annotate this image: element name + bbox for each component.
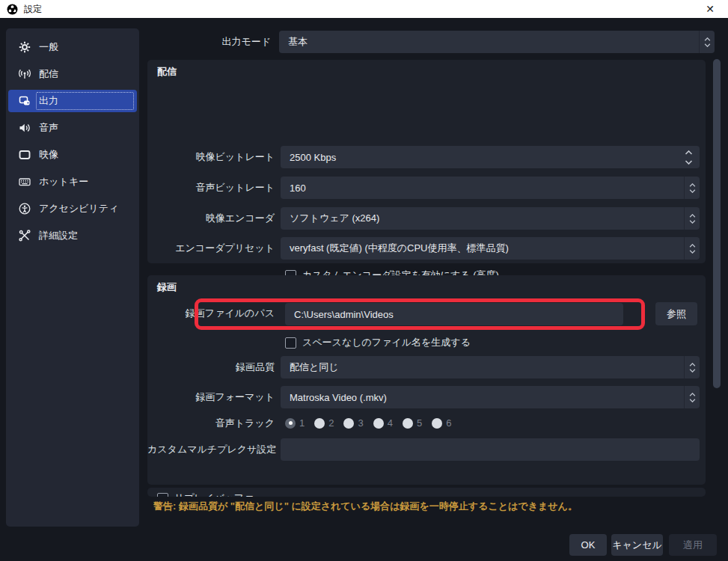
no-space-filename-row: スペースなしのファイル名を生成する xyxy=(285,336,471,349)
replay-buffer-label: リプレイバッファ xyxy=(174,491,254,497)
sidebar-item-output[interactable]: 出力 xyxy=(8,90,137,112)
spinner-arrows-icon[interactable] xyxy=(681,146,697,168)
sidebar-item-label: 映像 xyxy=(39,148,58,162)
keyboard-icon xyxy=(19,176,31,188)
video-bitrate-spinner[interactable]: 2500 Kbps xyxy=(281,146,700,168)
broadcast-icon xyxy=(19,68,31,80)
monitor-icon xyxy=(19,149,31,161)
streaming-group: 配信 映像ビットレート 2500 Kbps 音声ビットレート 160 映像エンコ… xyxy=(147,60,706,263)
sidebar-item-label: 一般 xyxy=(39,40,58,54)
no-space-filename-label: スペースなしのファイル名を生成する xyxy=(302,336,471,349)
encoder-preset-label: エンコーダプリセット xyxy=(147,237,275,260)
audio-bitrate-value: 160 xyxy=(290,183,306,194)
video-encoder-select[interactable]: ソフトウェア (x264) xyxy=(281,207,700,230)
chevron-updown-icon[interactable] xyxy=(684,356,700,378)
browse-button[interactable]: 参照 xyxy=(655,302,697,325)
video-encoder-label: 映像エンコーダ xyxy=(147,207,275,230)
sidebar-item-label: 配信 xyxy=(39,67,58,81)
settings-sidebar: 一般 配信 出力 xyxy=(6,28,139,527)
sidebar-item-audio[interactable]: 音声 xyxy=(8,117,137,139)
sidebar-item-label: 音声 xyxy=(39,121,58,135)
recording-quality-label: 録画品質 xyxy=(147,356,275,378)
recording-format-select[interactable]: Matroska Video (.mkv) xyxy=(281,386,700,408)
scrollbar-track[interactable] xyxy=(712,28,721,507)
output-mode-select[interactable]: 基本 xyxy=(279,31,715,53)
ok-button[interactable]: OK xyxy=(569,534,607,556)
sidebar-item-label: 詳細設定 xyxy=(39,229,78,242)
replay-buffer-checkbox[interactable] xyxy=(157,493,168,497)
audio-track-radio-5[interactable] xyxy=(403,418,413,429)
recording-quality-select[interactable]: 配信と同じ xyxy=(281,356,700,378)
custom-muxer-input[interactable] xyxy=(281,438,700,461)
replay-buffer-group: リプレイバッファ xyxy=(147,488,706,497)
recording-path-input[interactable] xyxy=(285,303,623,325)
gear-icon xyxy=(19,41,31,53)
tools-icon xyxy=(19,230,31,242)
custom-muxer-label: カスタムマルチプレクサ設定 xyxy=(147,438,275,461)
recording-group-title: 録画 xyxy=(157,280,177,294)
recording-path-label: 録画ファイルのパス xyxy=(147,302,275,325)
audio-track-radios: 1 2 3 4 5 6 xyxy=(285,417,461,429)
titlebar: 設定 ✕ xyxy=(0,0,728,18)
audio-track-number: 2 xyxy=(328,417,334,429)
audio-track-radio-1[interactable] xyxy=(285,418,296,429)
audio-bitrate-label: 音声ビットレート xyxy=(147,177,275,199)
warning-text: 警告: 録画品質が "配信と同じ" に設定されている場合は録画を一時停止すること… xyxy=(153,500,578,513)
sidebar-item-hotkeys[interactable]: ホットキー xyxy=(8,171,137,193)
scrollbar-thumb[interactable] xyxy=(713,59,721,388)
audio-track-number: 4 xyxy=(388,417,393,429)
window-title: 設定 xyxy=(24,3,42,16)
recording-group: 録画 録画ファイルのパス 参照 スペースなしのファイル名を生成する 録画品質 配… xyxy=(147,275,706,485)
video-encoder-value: ソフトウェア (x264) xyxy=(290,212,379,225)
speaker-icon xyxy=(19,122,31,134)
audio-track-number: 1 xyxy=(299,417,305,429)
chevron-updown-icon[interactable] xyxy=(684,177,700,199)
audio-track-label: 音声トラック xyxy=(147,412,275,435)
audio-track-radio-6[interactable] xyxy=(432,418,442,429)
video-bitrate-value: 2500 Kbps xyxy=(290,152,336,163)
sidebar-item-accessibility[interactable]: アクセシビリティ xyxy=(8,197,137,220)
output-mode-value: 基本 xyxy=(288,35,308,49)
focus-outline xyxy=(36,92,134,110)
chevron-updown-icon[interactable] xyxy=(684,207,700,230)
accessibility-icon xyxy=(19,203,31,215)
audio-track-radio-2[interactable] xyxy=(314,418,325,429)
sidebar-item-label: ホットキー xyxy=(39,175,88,188)
sidebar-item-label: アクセシビリティ xyxy=(39,202,118,215)
audio-track-number: 5 xyxy=(417,417,422,429)
encoder-preset-select[interactable]: veryfast (既定値) (中程度のCPU使用率、標準品質) xyxy=(281,237,700,260)
audio-track-radio-4[interactable] xyxy=(373,418,384,429)
close-icon[interactable]: ✕ xyxy=(700,0,721,18)
obs-logo-icon xyxy=(7,4,18,15)
encoder-preset-value: veryfast (既定値) (中程度のCPU使用率、標準品質) xyxy=(290,242,509,255)
cancel-button[interactable]: キャンセル xyxy=(611,534,663,556)
output-mode-label: 出力モード xyxy=(144,31,271,53)
sidebar-item-general[interactable]: 一般 xyxy=(8,36,137,58)
recording-format-label: 録画フォーマット xyxy=(147,386,275,408)
audio-track-radio-3[interactable] xyxy=(343,418,354,429)
sidebar-item-video[interactable]: 映像 xyxy=(8,144,137,166)
chevron-updown-icon[interactable] xyxy=(684,237,700,260)
audio-track-number: 3 xyxy=(358,417,363,429)
no-space-filename-checkbox[interactable] xyxy=(285,337,296,349)
chevron-updown-icon[interactable] xyxy=(684,386,700,408)
video-bitrate-label: 映像ビットレート xyxy=(147,146,275,168)
audio-track-number: 6 xyxy=(446,417,451,429)
audio-bitrate-select[interactable]: 160 xyxy=(281,177,700,199)
settings-window: 設定 ✕ 一般 配信 xyxy=(0,0,728,561)
apply-button[interactable]: 適用 xyxy=(669,534,717,556)
sidebar-item-stream[interactable]: 配信 xyxy=(8,63,137,85)
streaming-group-title: 配信 xyxy=(157,65,177,79)
recording-quality-value: 配信と同じ xyxy=(290,361,339,374)
output-icon xyxy=(19,95,31,107)
recording-format-value: Matroska Video (.mkv) xyxy=(290,392,387,403)
replay-buffer-row: リプレイバッファ xyxy=(157,491,254,497)
sidebar-item-advanced[interactable]: 詳細設定 xyxy=(8,224,137,247)
